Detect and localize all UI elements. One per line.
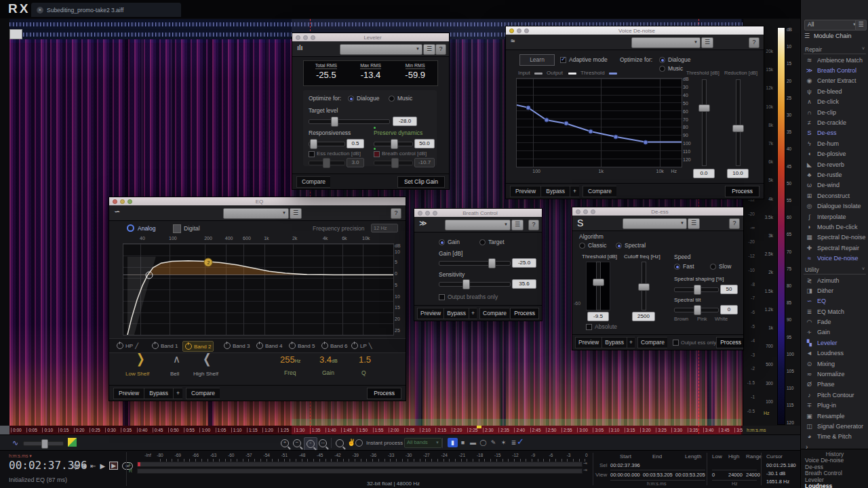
sidebar-item-spectral-repair[interactable]: ✚Spectral Repair [801, 243, 868, 253]
preview-button[interactable]: Preview [575, 337, 601, 348]
sidebar-item-de-reverb[interactable]: ◣De-reverb [801, 159, 868, 169]
cutoff-value[interactable]: 2500 [632, 312, 655, 321]
band2-node[interactable]: 2 [204, 258, 213, 266]
tilt-slider[interactable] [674, 308, 719, 312]
zoom-window-icon[interactable] [591, 209, 595, 214]
sidebar-item-azimuth[interactable]: ≷Azimuth [801, 275, 868, 285]
band-button-lp[interactable]: LP╲ [349, 341, 374, 350]
return-to-start-icon[interactable]: ⇤ [90, 462, 96, 470]
compare-button[interactable]: Compare [583, 186, 616, 197]
sidebar-item-interpolate[interactable]: ∫Interpolate [801, 211, 868, 222]
zoom-window-icon[interactable] [524, 28, 529, 33]
preset-dropdown[interactable] [631, 37, 701, 48]
time-format-selector[interactable]: h:m:s.ms ▾ [9, 453, 32, 459]
power-icon[interactable] [117, 342, 123, 349]
preset-menu-icon[interactable]: ☰ [688, 218, 700, 229]
preview-button[interactable]: Preview [417, 308, 443, 319]
module-filter-dropdown[interactable]: All [804, 20, 860, 30]
target-radio[interactable] [479, 239, 486, 245]
sidebar-item-pitch-contour[interactable]: ♪Pitch Contour [801, 390, 868, 400]
process-button[interactable]: Process [716, 337, 743, 348]
spectrogram-colorbar[interactable] [777, 27, 785, 425]
module-filter-menu-icon[interactable]: ☰ [855, 20, 867, 30]
sidebar-item-de-rustle[interactable]: ♣De-rustle [801, 169, 868, 180]
absolute-checkbox[interactable] [586, 324, 592, 330]
sidebar-item-eq[interactable]: ∽EQ [801, 296, 868, 306]
bypass-button[interactable]: Bypass [443, 308, 469, 319]
spectral-radio[interactable] [616, 243, 622, 249]
marker-flag[interactable] [477, 426, 481, 428]
bypass-plus-button[interactable]: + [627, 337, 635, 348]
responsiveness-slider[interactable] [309, 142, 345, 146]
sidebar-item-de-ess[interactable]: SDe-ess [801, 128, 868, 138]
instant-process-dropdown[interactable]: All bands [404, 438, 442, 448]
file-tab[interactable]: ✕ Subediting_promo-take2 3.aiff [31, 3, 181, 17]
sidebar-item-dialogue-isolate[interactable]: ◎Dialogue Isolate [801, 201, 868, 211]
frequency-selection-tool[interactable]: ▬ [468, 438, 478, 447]
leveler-window[interactable]: Leveler ılı ☰ ? Total RMS-25.5 Max RMS-1… [292, 33, 450, 190]
target-level-value[interactable]: -28.0 [393, 117, 417, 126]
power-icon[interactable] [351, 342, 358, 349]
sidebar-item-center-extract[interactable]: ◉Center Extract [801, 76, 868, 86]
process-button[interactable]: Process [725, 186, 760, 197]
eq-window[interactable]: EQ ∽ ☰ ? Analog Digital Frequency precis… [108, 197, 406, 401]
sidebar-item-eq-match[interactable]: ≣EQ Match [801, 306, 868, 317]
magic-wand-tool[interactable]: ✶ [498, 438, 509, 447]
threshold-curve-node[interactable] [643, 140, 648, 144]
power-icon[interactable] [185, 343, 192, 350]
module-chain-button[interactable]: ☰Module Chain [804, 33, 867, 42]
module-help-icon[interactable]: ? [435, 44, 446, 55]
time-ruler[interactable]: 0:000:050:100:150:200:250:300:350:400:45… [9, 426, 743, 434]
spectrogram-settings-icon[interactable] [68, 438, 77, 447]
bypass-plus-button[interactable]: + [469, 308, 477, 319]
record-monitor-icon[interactable]: ψ [73, 462, 78, 470]
breath-control-slider[interactable] [374, 161, 413, 165]
find-similar-icon[interactable] [336, 439, 344, 449]
zoom-window-icon[interactable] [433, 211, 437, 216]
high-shelf-icon[interactable]: ❮ [203, 351, 212, 367]
voice-denoise-window[interactable]: Voice De-noise ≈ ☰ ? Learn Adaptive mode… [505, 26, 764, 199]
band-button-band-5[interactable]: Band 5 [287, 341, 317, 350]
compare-button[interactable]: Compare [637, 337, 667, 348]
sensitivity-slider[interactable] [439, 282, 511, 287]
instant-process-toggle[interactable] [355, 439, 363, 447]
threshold-curve-node[interactable] [564, 121, 568, 126]
output-ess-checkbox[interactable] [673, 340, 679, 346]
zoom-in-icon[interactable]: + [281, 439, 289, 449]
minimize-window-icon[interactable] [120, 199, 125, 204]
sidebar-item-de-hum[interactable]: ϟDe-hum [801, 138, 868, 148]
sidebar-item-ambience-match[interactable]: ≋Ambience Match [801, 55, 868, 65]
tilt-value[interactable]: 0 [720, 305, 738, 314]
time-freq-selection-tool[interactable]: ■ [458, 438, 468, 447]
meter-hold-icon[interactable]: ⇥ [583, 461, 587, 466]
threshold-curve-node[interactable] [526, 105, 531, 110]
sidebar-item-loudness[interactable]: ◄Loudness [801, 348, 868, 359]
low-shelf-icon[interactable]: ❯ [136, 351, 145, 367]
band-button-band-3[interactable]: Band 3 [222, 341, 252, 350]
breath-control-titlebar[interactable]: Breath Control [414, 209, 542, 217]
time-selection-tool[interactable]: ▮ [448, 438, 458, 447]
slow-radio[interactable] [710, 264, 716, 270]
eq-curve-graph[interactable]: 2 [123, 243, 394, 336]
power-icon[interactable] [289, 342, 296, 349]
compare-button[interactable]: Compare [186, 388, 220, 399]
power-icon[interactable] [152, 342, 159, 349]
freq-precision-dropdown[interactable]: 12 Hz [371, 224, 398, 232]
sensitivity-value[interactable]: 35.6 [512, 279, 536, 289]
responsiveness-value[interactable]: 0.5 [347, 139, 364, 148]
de-ess-window[interactable]: De-ess S ☰ ? Algorithm Classic Spectral … [572, 207, 744, 350]
bypass-plus-button[interactable]: + [570, 186, 579, 197]
process-button[interactable]: Process [510, 308, 539, 319]
band-button-hp[interactable]: HP╱ [115, 341, 140, 350]
threshold-curve-node[interactable] [544, 118, 549, 123]
preset-dropdown[interactable] [445, 220, 511, 230]
meter-hold-icon[interactable]: ⇥ [583, 468, 587, 473]
sidebar-item-de-plosive[interactable]: ◖De-plosive [801, 149, 868, 159]
close-tab-icon[interactable]: ✕ [37, 7, 43, 14]
compare-button[interactable]: Compare [479, 308, 509, 319]
dialogue-radio[interactable] [659, 57, 665, 63]
preview-button[interactable]: Preview [113, 388, 144, 399]
bypass-button[interactable]: Bypass [601, 337, 627, 348]
threshold-value[interactable]: -9.5 [587, 312, 609, 321]
preset-menu-icon[interactable]: ☰ [511, 220, 524, 230]
